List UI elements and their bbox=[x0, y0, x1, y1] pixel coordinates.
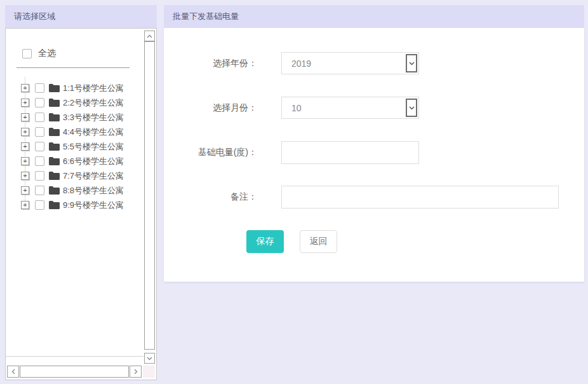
remark-row: 备注： bbox=[164, 186, 559, 209]
scrollbar-corner bbox=[143, 366, 155, 378]
folder-icon bbox=[49, 113, 60, 121]
tree-node-checkbox[interactable] bbox=[35, 156, 44, 166]
folder-icon bbox=[49, 157, 60, 165]
tree-node-label[interactable]: 4:4号楼学生公寓 bbox=[63, 127, 124, 138]
tree-row: + 7:7号楼学生公寓 bbox=[21, 168, 144, 183]
tree-row: + 1:1号楼学生公寓 bbox=[21, 81, 144, 95]
base-power-label: 基础电量(度)： bbox=[164, 147, 257, 158]
tree-node-label[interactable]: 2:2号楼学生公寓 bbox=[63, 97, 124, 109]
horizontal-scroll-thumb[interactable] bbox=[20, 366, 129, 378]
tree-node-checkbox[interactable] bbox=[35, 186, 44, 195]
expand-icon[interactable]: + bbox=[21, 84, 29, 92]
tree-node-checkbox[interactable] bbox=[35, 142, 44, 151]
folder-icon bbox=[49, 128, 60, 136]
folder-icon bbox=[49, 84, 60, 92]
tree-node-label[interactable]: 6:6号楼学生公寓 bbox=[63, 156, 124, 167]
tree-row: + 6:6号楼学生公寓 bbox=[21, 154, 144, 168]
tree-node-label[interactable]: 9:9号楼学生公寓 bbox=[63, 200, 124, 211]
tree-node-label[interactable]: 1:1号楼学生公寓 bbox=[63, 83, 124, 94]
vertical-scrollbar[interactable] bbox=[144, 31, 155, 364]
scroll-up-icon[interactable] bbox=[144, 31, 155, 41]
button-row: 保存 返回 bbox=[246, 230, 337, 253]
area-selector-panel: 请选择区域 全选 + 1:1号楼学生公寓 + 2:2号楼学生公寓 bbox=[5, 5, 157, 380]
area-panel-body: 全选 + 1:1号楼学生公寓 + 2:2号楼学生公寓 + bbox=[5, 28, 157, 380]
expand-icon[interactable]: + bbox=[21, 142, 29, 151]
divider bbox=[17, 67, 130, 68]
area-panel-title: 请选择区域 bbox=[5, 5, 157, 28]
folder-icon bbox=[49, 99, 60, 107]
expand-icon[interactable]: + bbox=[21, 99, 29, 107]
tree-row: + 2:2号楼学生公寓 bbox=[21, 95, 144, 110]
save-button[interactable]: 保存 bbox=[246, 230, 284, 253]
base-power-input[interactable] bbox=[281, 141, 419, 164]
remark-label: 备注： bbox=[164, 191, 257, 203]
year-label: 选择年份： bbox=[164, 58, 257, 69]
scroll-down-icon[interactable] bbox=[144, 353, 155, 364]
tree-row: + 8:8号楼学生公寓 bbox=[21, 183, 144, 198]
expand-icon[interactable]: + bbox=[21, 113, 29, 121]
remark-input[interactable] bbox=[281, 186, 559, 209]
tree-node-checkbox[interactable] bbox=[35, 83, 44, 93]
year-row: 选择年份： 2019 bbox=[164, 52, 419, 74]
tree-row: + 4:4号楼学生公寓 bbox=[21, 125, 144, 139]
month-label: 选择月份： bbox=[164, 102, 257, 114]
batch-panel-body: 选择年份： 2019 选择月份： 10 基础电量(度)： 备注： 保存 返回 bbox=[164, 28, 584, 282]
tree-node-label[interactable]: 8:8号楼学生公寓 bbox=[63, 185, 124, 196]
tree-node-checkbox[interactable] bbox=[35, 127, 44, 137]
month-select[interactable]: 10 bbox=[281, 97, 419, 119]
tree-node-label[interactable]: 3:3号楼学生公寓 bbox=[63, 112, 124, 123]
folder-icon bbox=[49, 142, 60, 151]
tree-row: + 3:3号楼学生公寓 bbox=[21, 110, 144, 125]
month-select-value: 10 bbox=[291, 103, 302, 113]
tree-row: + 9:9号楼学生公寓 bbox=[21, 198, 144, 212]
batch-panel-title: 批量下发基础电量 bbox=[164, 5, 584, 28]
tree-node-checkbox[interactable] bbox=[35, 171, 44, 181]
expand-icon[interactable]: + bbox=[21, 128, 29, 136]
expand-icon[interactable]: + bbox=[21, 172, 29, 180]
expand-icon[interactable]: + bbox=[21, 201, 29, 209]
tree-node-checkbox[interactable] bbox=[35, 98, 44, 107]
base-power-row: 基础电量(度)： bbox=[164, 141, 419, 164]
tree-viewport: 全选 + 1:1号楼学生公寓 + 2:2号楼学生公寓 + bbox=[6, 29, 144, 357]
tree-node-checkbox[interactable] bbox=[35, 200, 44, 210]
horizontal-scrollbar[interactable] bbox=[7, 366, 142, 378]
folder-icon bbox=[49, 201, 60, 209]
month-row: 选择月份： 10 bbox=[164, 97, 419, 119]
area-tree: + 1:1号楼学生公寓 + 2:2号楼学生公寓 + 3:3号楼学生公寓 bbox=[6, 81, 144, 212]
expand-icon[interactable]: + bbox=[21, 186, 29, 195]
select-all-row: 全选 bbox=[22, 48, 144, 59]
select-all-label: 全选 bbox=[38, 48, 56, 59]
folder-icon bbox=[49, 186, 60, 195]
tree-row: + 5:5号楼学生公寓 bbox=[21, 139, 144, 154]
scroll-left-icon[interactable] bbox=[7, 366, 19, 378]
tree-node-label[interactable]: 7:7号楼学生公寓 bbox=[63, 170, 124, 182]
tree-node-checkbox[interactable] bbox=[35, 113, 44, 122]
year-select[interactable]: 2019 bbox=[281, 52, 419, 74]
chevron-down-icon[interactable] bbox=[406, 99, 417, 117]
back-button[interactable]: 返回 bbox=[300, 230, 337, 253]
vertical-scroll-thumb[interactable] bbox=[144, 41, 155, 350]
folder-icon bbox=[49, 172, 60, 180]
chevron-down-icon[interactable] bbox=[406, 54, 417, 72]
scroll-right-icon[interactable] bbox=[130, 366, 142, 378]
batch-issue-panel: 批量下发基础电量 选择年份： 2019 选择月份： 10 基础电量(度)： 备注… bbox=[164, 5, 584, 282]
tree-node-label[interactable]: 5:5号楼学生公寓 bbox=[63, 141, 124, 153]
expand-icon[interactable]: + bbox=[21, 157, 29, 165]
year-select-value: 2019 bbox=[291, 58, 311, 69]
select-all-checkbox[interactable] bbox=[22, 49, 32, 58]
